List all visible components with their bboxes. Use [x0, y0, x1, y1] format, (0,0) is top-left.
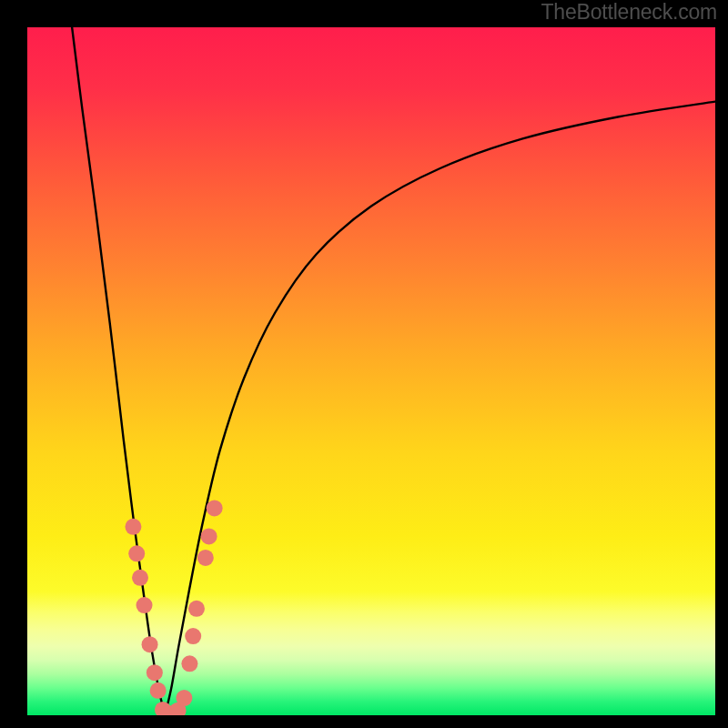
curve-left-branch — [72, 27, 165, 715]
curve-right-branch — [165, 102, 715, 715]
marker-point — [197, 550, 214, 566]
marker-point — [207, 500, 223, 516]
marker-point — [125, 519, 141, 535]
marker-point — [188, 601, 205, 617]
marker-point — [136, 597, 153, 613]
watermark-label: TheBottleneck.com — [541, 0, 717, 25]
marker-point — [201, 528, 217, 544]
curve-layer — [27, 27, 715, 715]
outer-frame: TheBottleneck.com — [0, 0, 728, 728]
marker-point — [181, 655, 197, 672]
marker-point — [128, 545, 145, 561]
marker-point — [185, 628, 201, 644]
plot-area — [27, 27, 715, 715]
marker-point — [147, 664, 163, 681]
marker-point — [142, 636, 158, 652]
marker-point — [150, 682, 167, 699]
marker-point — [176, 690, 192, 706]
marker-point — [132, 570, 148, 586]
